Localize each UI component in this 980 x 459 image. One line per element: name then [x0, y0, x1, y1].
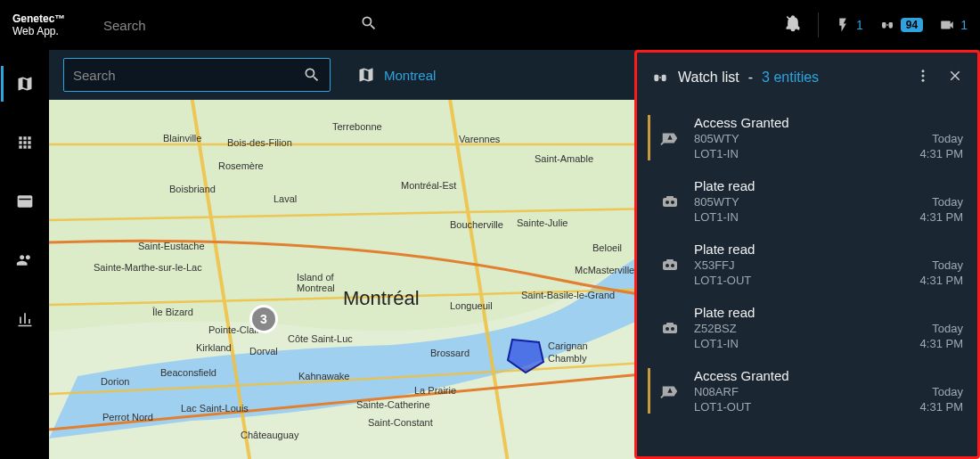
event-time: 4:31 PM	[920, 400, 963, 414]
event-lot: LOT1-IN	[694, 337, 911, 350]
event-icon	[655, 115, 685, 160]
svg-rect-7	[666, 196, 674, 199]
event-title: Access Granted	[694, 115, 911, 130]
watchlist-event[interactable]: Plate read805WTYLOT1-INToday4:31 PM	[637, 169, 977, 233]
location-label: Montreal	[384, 68, 436, 83]
svg-point-5	[666, 201, 669, 204]
watchlist-event[interactable]: Access GrantedN08ARFLOT1-OUTToday4:31 PM	[637, 359, 977, 422]
brand-logo: Genetec™ Web App.	[12, 12, 93, 38]
stat-binoculars[interactable]: 94	[879, 17, 923, 33]
event-time: 4:31 PM	[920, 337, 963, 350]
location-selector[interactable]: Montreal	[357, 66, 436, 84]
sidebar	[0, 50, 49, 459]
event-title: Plate read	[694, 178, 911, 193]
event-title: Access Granted	[694, 368, 911, 383]
close-icon[interactable]	[947, 68, 963, 87]
event-lot: LOT1-OUT	[694, 274, 911, 287]
svg-point-2	[922, 70, 925, 72]
global-search[interactable]	[100, 11, 385, 40]
top-bar: Genetec™ Web App. 1 94 1	[0, 0, 980, 50]
event-title: Plate read	[694, 305, 911, 320]
global-search-input[interactable]	[100, 11, 385, 40]
event-lot: LOT1-OUT	[694, 400, 911, 414]
event-icon	[655, 368, 685, 414]
event-plate: Z52BSZ	[694, 322, 911, 335]
content: Montreal	[49, 50, 980, 459]
event-title: Plate read	[694, 242, 911, 257]
sidebar-item-people[interactable]	[12, 248, 37, 273]
event-time: 4:31 PM	[920, 274, 963, 287]
watchlist-panel: Watch list - 3 entities Access Granted80…	[634, 50, 980, 459]
event-lot: LOT1-IN	[694, 147, 911, 160]
event-plate: 805WTY	[694, 132, 911, 145]
watchlist-event[interactable]: Plate readZ52BSZLOT1-INToday4:31 PM	[637, 296, 977, 359]
event-day: Today	[932, 258, 963, 272]
topbar-right: 1 94 1	[784, 12, 968, 37]
stat-camera[interactable]: 1	[939, 17, 968, 33]
event-day: Today	[932, 322, 963, 335]
event-day: Today	[932, 385, 963, 398]
svg-point-8	[666, 264, 669, 267]
bell-off-icon[interactable]	[784, 14, 802, 36]
event-icon	[655, 305, 685, 350]
svg-rect-10	[666, 259, 674, 262]
svg-point-4	[922, 79, 925, 82]
svg-point-6	[671, 201, 674, 204]
watchlist-body[interactable]: Access Granted805WTYLOT1-INToday4:31 PMP…	[637, 102, 977, 456]
svg-rect-13	[666, 323, 674, 325]
map-icon	[357, 66, 375, 84]
watchlist-title: Watch list	[678, 70, 739, 86]
watchlist-header: Watch list - 3 entities	[637, 53, 977, 102]
svg-point-12	[671, 327, 674, 331]
sidebar-item-grid[interactable]	[12, 130, 37, 155]
more-icon[interactable]	[915, 68, 931, 87]
event-icon	[655, 242, 685, 287]
event-icon	[655, 178, 685, 224]
event-time: 4:31 PM	[920, 210, 963, 224]
map-cluster[interactable]: 3	[249, 305, 278, 333]
event-plate: X53FFJ	[694, 258, 911, 272]
event-day: Today	[932, 132, 963, 145]
svg-marker-1	[508, 340, 543, 373]
event-day: Today	[932, 195, 963, 209]
sidebar-item-card[interactable]	[12, 189, 37, 214]
watchlist-subtitle: 3 entities	[762, 70, 819, 86]
watchlist-event[interactable]: Access Granted805WTYLOT1-INToday4:31 PM	[637, 106, 977, 169]
svg-point-9	[671, 264, 674, 267]
event-lot: LOT1-IN	[694, 210, 911, 224]
binoculars-icon	[651, 69, 669, 86]
watchlist-event[interactable]: Plate readX53FFJLOT1-OUTToday4:31 PM	[637, 233, 977, 296]
search-icon[interactable]	[360, 14, 378, 36]
event-plate: 805WTY	[694, 195, 911, 209]
svg-point-3	[922, 75, 925, 78]
event-time: 4:31 PM	[920, 147, 963, 160]
sidebar-item-map[interactable]	[12, 71, 37, 96]
sidebar-item-reports[interactable]	[12, 307, 37, 332]
stat-bolt[interactable]: 1	[835, 17, 863, 33]
search-icon[interactable]	[303, 66, 321, 84]
event-plate: N08ARF	[694, 385, 911, 398]
svg-point-11	[666, 327, 669, 331]
sidebar-search-box[interactable]	[63, 58, 331, 92]
sidebar-search-input[interactable]	[73, 68, 303, 83]
